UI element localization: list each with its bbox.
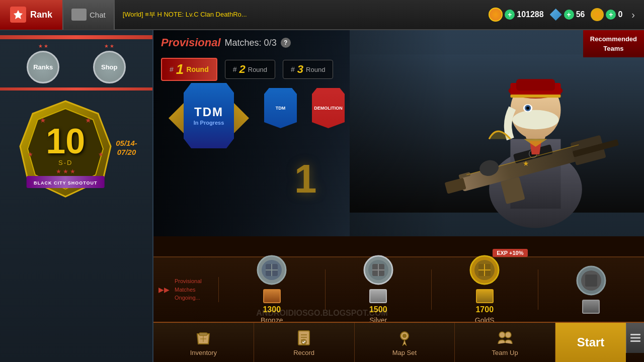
world-chat-text: [World] ≡부 H NOTE: Lv.C Clan DeathRo... — [115, 10, 483, 19]
inventory-label: Inventory — [190, 349, 217, 356]
inventory-tab[interactable]: Inventory — [153, 323, 254, 362]
diamond-icon — [550, 9, 562, 21]
round-3-label: Round — [306, 66, 325, 73]
teamup-icon — [496, 329, 514, 347]
svg-rect-65 — [630, 334, 640, 335]
rank-button[interactable]: Rank — [0, 0, 63, 30]
inventory-icon — [194, 329, 212, 347]
bottom-tabs: Inventory Record Map Set — [153, 322, 644, 362]
silver-medal-container — [363, 255, 393, 287]
round-big-number: 1 — [294, 156, 317, 202]
star-icon: ★ — [44, 43, 48, 49]
svg-text:★: ★ — [40, 116, 46, 124]
extra-box-icon — [582, 300, 600, 314]
add-diamond-button[interactable]: + — [564, 10, 574, 20]
recommended-teams-button[interactable]: RecommendedTeams — [583, 30, 644, 57]
top-bar: Rank Chat [World] ≡부 H NOTE: Lv.C Clan D… — [0, 0, 644, 30]
svg-marker-0 — [14, 10, 23, 19]
badge-name-banner: BLACK CITY SHOOTOUT — [27, 176, 105, 188]
progress-arrows-icon: ▶▶ — [158, 286, 170, 294]
menu-icon-button[interactable] — [626, 323, 644, 353]
bronze-medal-container — [257, 255, 287, 287]
record-label: Record — [293, 349, 314, 356]
teamup-tab[interactable]: Team Up — [455, 323, 555, 362]
expand-arrow-icon[interactable]: › — [628, 9, 638, 21]
round-2-badge[interactable]: TDM — [264, 88, 297, 128]
shop-stars: ★ ★ — [104, 43, 114, 49]
shop-button[interactable]: Shop — [93, 51, 126, 83]
mapset-icon — [395, 329, 414, 347]
round-3-badge[interactable]: DEMOLITION — [312, 88, 345, 128]
tdm-text: TDM — [194, 105, 223, 119]
svg-point-62 — [403, 334, 407, 338]
tdm-wings: TDM In Progress — [169, 83, 249, 168]
svg-text:★: ★ — [85, 116, 92, 124]
teamup-label: Team Up — [492, 349, 518, 356]
round-1-tab[interactable]: # 1 Round — [161, 58, 217, 81]
bronze-box-icon — [263, 289, 281, 303]
chat-button[interactable]: Chat — [63, 0, 115, 30]
provisional-header: Provisional Matches: 0/3 ? — [161, 36, 291, 49]
ranks-medal[interactable]: ★ ★ Ranks — [27, 43, 59, 83]
svg-point-64 — [505, 332, 511, 338]
rank-badge: ★ ★ ★ ★ ★ ★ 10 S-D ★ ★ ★ BLACK CITY SHOO… — [21, 94, 132, 204]
reward-divider-1 — [325, 269, 326, 310]
progress-area: ▶▶ ProvisionalMatchesOngoing... — [158, 277, 219, 302]
rank-label: Rank — [30, 10, 52, 20]
small-badges: TDM DEMOLITION — [264, 88, 345, 128]
gold-value: 101288 — [517, 10, 543, 19]
trophy-icon — [591, 8, 604, 21]
round-tabs: # 1 Round # 2 Round # 3 Round — [161, 58, 333, 81]
record-icon — [295, 329, 313, 347]
badge-rank-number: 10 — [15, 124, 116, 159]
recommended-teams-text: RecommendedTeams — [590, 35, 637, 52]
trophy-currency: + 0 — [591, 8, 622, 21]
extra-medal-container — [576, 265, 606, 298]
svg-rect-53 — [199, 333, 207, 335]
in-progress-text: In Progress — [194, 119, 224, 126]
hero-area: ★ Provisional Matches: 0/3 ? # 1 Round #… — [153, 30, 644, 236]
silver-box-icon — [369, 289, 387, 303]
ranks-stars: ★ ★ — [38, 43, 48, 49]
gold-medal-svg — [469, 255, 500, 285]
tdm-container[interactable]: TDM In Progress — [169, 83, 249, 168]
gold-currency: + 101288 — [489, 8, 543, 22]
extra-medal-svg — [576, 265, 606, 296]
bronze-medal-svg — [257, 255, 287, 285]
rewards-section: ▶▶ ProvisionalMatchesOngoing... 1300 Bro… — [153, 256, 644, 322]
round-3-num: 3 — [297, 63, 303, 76]
mapset-tab[interactable]: Map Set — [355, 323, 455, 362]
help-icon[interactable]: ? — [281, 38, 291, 48]
reward-divider-2 — [431, 269, 432, 310]
add-trophy-button[interactable]: + — [606, 10, 616, 20]
badge-inner-star: ★ — [70, 168, 75, 175]
record-tab[interactable]: Record — [254, 323, 355, 362]
shop-medal[interactable]: ★ ★ Shop — [93, 43, 126, 83]
star-icon: ★ — [38, 43, 43, 49]
add-gold-button[interactable]: + — [505, 10, 515, 20]
trophy-value: 0 — [618, 10, 622, 19]
round-1-num: 1 — [176, 61, 184, 77]
svg-rect-52 — [585, 275, 597, 287]
svg-rect-67 — [630, 340, 640, 342]
start-button[interactable]: Start — [555, 323, 626, 362]
round-3-tab[interactable]: # 3 Round — [283, 60, 333, 79]
gold-label: GoldS — [475, 316, 495, 322]
sidebar: ★ ★ Ranks ★ ★ Shop — [0, 30, 153, 362]
gold-reward: EXP +10% 1700 GoldS — [437, 255, 533, 322]
watermark: ANDROIDIOSGO.BLOGSPOT.COM — [256, 309, 387, 318]
coin-icon — [489, 8, 503, 22]
ranks-button[interactable]: Ranks — [27, 51, 59, 83]
start-button-label: Start — [577, 335, 605, 349]
diamond-value: 56 — [576, 10, 585, 19]
matches-text: Matches: 0/3 — [225, 38, 277, 48]
round-2-tab[interactable]: # 2 Round — [225, 60, 275, 79]
svg-rect-66 — [630, 337, 640, 339]
badge3-text: DEMOLITION — [314, 106, 343, 111]
reward-divider-3 — [538, 269, 538, 310]
gold-medal-container — [469, 255, 500, 287]
silver-medal-svg — [363, 255, 393, 285]
provisional-text: Provisional — [161, 36, 221, 49]
svg-point-63 — [499, 332, 505, 338]
progress-label: ProvisionalMatchesOngoing... — [175, 277, 202, 302]
